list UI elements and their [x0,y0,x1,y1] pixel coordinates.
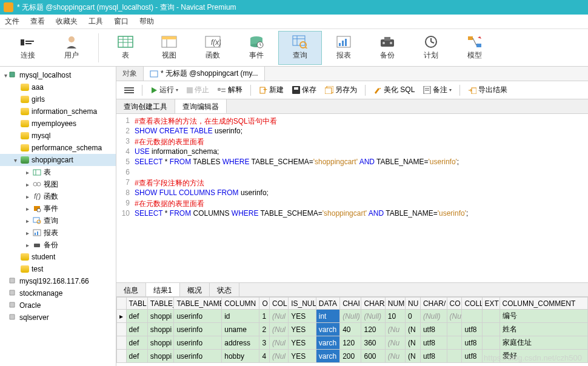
svg-rect-49 [35,233,36,235]
tool-schedule[interactable]: 计划 [409,31,453,65]
svg-rect-36 [468,36,473,40]
tree-conn-mysql-localhost[interactable]: ▾mysql_localhost [0,69,116,81]
sidebar: ▾mysql_localhost aaagirlsinformation_sch… [0,67,116,366]
save-button[interactable]: 保存 [289,84,319,96]
tool-model[interactable]: 模型 [453,31,496,65]
menu-file[interactable]: 文件 [5,16,19,27]
svg-text:f(): f() [34,193,41,200]
saveas-button[interactable]: 另存为 [322,84,360,96]
tree-node-备份[interactable]: ▸备份 [0,239,116,251]
svg-rect-27 [342,41,344,46]
tree-db-performance_schema[interactable]: performance_schema [0,142,116,154]
menu-window[interactable]: 窗口 [114,16,129,27]
explain-button[interactable]: 解释 [215,84,246,96]
tree-db-myemployees[interactable]: myemployees [0,118,116,130]
new-button[interactable]: +新建 [256,84,287,96]
svg-point-42 [37,182,41,186]
content-tabs: 对象 * 无标题 @shoppingcart (my... [116,67,588,81]
tool-connection[interactable]: 连接 [6,31,50,65]
svg-rect-51 [34,244,40,247]
svg-rect-10 [162,36,176,39]
tree-conn-Oracle[interactable]: Oracle [0,299,116,311]
tree-db-test[interactable]: test [0,263,116,275]
svg-rect-56 [187,87,193,93]
tree-db-girls[interactable]: girls [0,93,116,105]
menu-view[interactable]: 查看 [30,16,45,27]
tool-event[interactable]: 事件 [235,31,278,65]
tree-db-aaa[interactable]: aaa [0,81,116,93]
tool-function[interactable]: f(x)函数 [191,31,235,65]
tab-info[interactable]: 信息 [116,283,146,296]
svg-rect-65 [325,88,332,94]
tree-conn-stockmanage[interactable]: stockmanage [0,287,116,299]
svg-point-47 [37,220,41,224]
menu-favorites[interactable]: 收藏夹 [56,16,78,27]
connection-tree: ▾mysql_localhost aaagirlsinformation_sch… [0,67,116,326]
run-button[interactable]: 运行▾ [147,84,181,96]
tool-view[interactable]: 视图 [147,31,191,65]
app-logo-icon [4,2,13,12]
svg-rect-37 [476,44,481,47]
tree-node-函数[interactable]: ▸f()函数 [0,190,116,202]
svg-line-24 [306,47,307,48]
svg-point-31 [383,42,385,44]
query-actionbar: 运行▾ 停止 解释 +新建 保存 另存为 美化 SQL 备注▾ 导出结果 [116,81,588,99]
export-button[interactable]: 导出结果 [465,84,510,96]
tab-query-editor[interactable]: 查询编辑器 [175,99,227,113]
notes-button[interactable]: 备注▾ [420,84,455,96]
svg-rect-0 [21,39,24,45]
svg-line-38 [473,38,476,45]
menu-help[interactable]: 帮助 [139,16,154,27]
svg-rect-62 [292,86,300,94]
svg-rect-2 [25,43,32,44]
result-tabs: 信息 结果1 概况 状态 [116,282,588,297]
tab-result1[interactable]: 结果1 [146,283,180,296]
tool-backup[interactable]: 备份 [366,31,409,65]
tree-db-mysql[interactable]: mysql [0,130,116,142]
svg-point-32 [390,42,392,44]
tab-query-builder[interactable]: 查询创建工具 [116,99,175,113]
tree-node-事件[interactable]: ▸事件 [0,202,116,215]
tab-objects[interactable]: 对象 [116,67,144,81]
menubar: 文件 查看 收藏夹 工具 窗口 帮助 [0,15,588,29]
svg-rect-26 [339,43,341,46]
query-sub-tabs: 查询创建工具 查询编辑器 [116,99,588,114]
sql-editor[interactable]: 1#查看表注释的方法，在生成的SQL语句中看2SHOW CREATE TABLE… [116,114,588,282]
svg-rect-30 [384,37,390,41]
menu-tools[interactable]: 工具 [89,16,103,27]
svg-rect-20 [293,36,305,45]
beautify-button[interactable]: 美化 SQL [370,84,418,96]
svg-rect-1 [25,41,34,42]
window-title: * 无标题 @shoppingcart (mysql_localhost) - … [17,2,236,13]
tree-node-报表[interactable]: ▸报表 [0,227,116,239]
tree-db-student[interactable]: student [0,251,116,263]
svg-rect-63 [294,87,298,90]
svg-point-45 [37,208,41,212]
tree-node-视图[interactable]: ▸视图 [0,178,116,190]
tab-query[interactable]: * 无标题 @shoppingcart (my... [144,67,265,81]
tree-db-shoppingcart[interactable]: ▾shoppingcart [0,154,116,166]
tool-user[interactable]: 用户 [50,31,93,65]
svg-point-66 [379,88,381,89]
svg-rect-50 [37,231,38,235]
svg-rect-52 [150,71,158,77]
tab-profile[interactable]: 概况 [180,283,210,296]
stop-button[interactable]: 停止 [184,84,212,96]
svg-rect-39 [33,170,41,175]
tool-query[interactable]: 查询 [278,31,322,65]
svg-line-35 [431,42,434,43]
tool-table[interactable]: 表 [104,31,147,65]
svg-text:f(x): f(x) [211,38,221,47]
tree-db-information_schema[interactable]: information_schema [0,105,116,118]
tree-conn-mysql192.168.117.66[interactable]: mysql192.168.117.66 [0,275,116,287]
menu-button[interactable] [121,85,137,95]
tool-report[interactable]: 报表 [322,31,366,65]
tree-node-查询[interactable]: ▸查询 [0,215,116,227]
tab-status[interactable]: 状态 [210,283,239,296]
svg-rect-4 [118,36,133,47]
svg-point-3 [68,36,75,42]
svg-point-41 [33,182,37,186]
svg-rect-70 [472,88,476,94]
tree-node-表[interactable]: ▸表 [0,166,116,178]
tree-conn-sqlserver[interactable]: sqlserver [0,311,116,324]
